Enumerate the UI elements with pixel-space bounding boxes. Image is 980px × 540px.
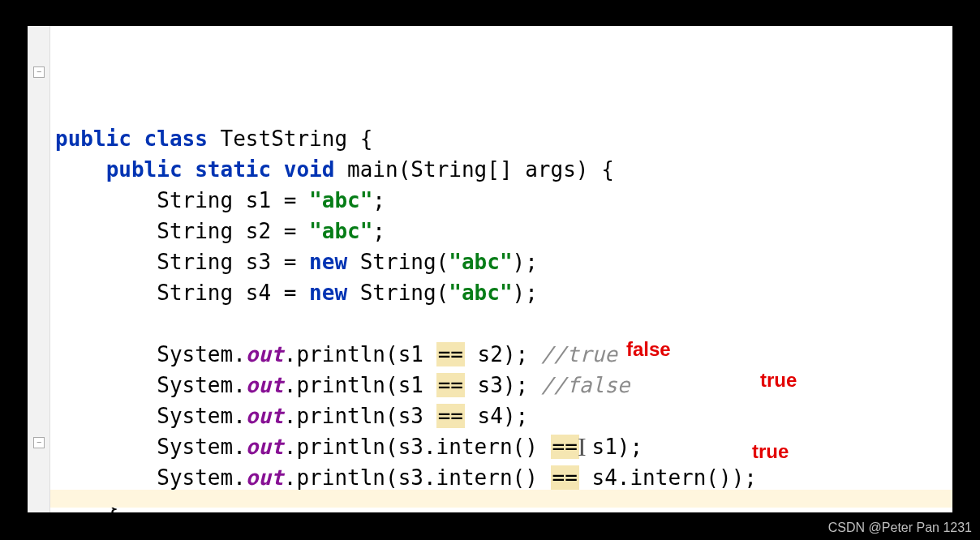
code-line: }: [55, 524, 952, 540]
annotation-false: false: [626, 334, 671, 365]
gutter: − −: [28, 26, 50, 512]
fold-icon[interactable]: −: [33, 66, 45, 78]
code-line: System.out.println(s1 == s2); //true: [55, 339, 952, 370]
code-line: String s4 = new String("abc");: [55, 277, 952, 308]
code-line: String s3 = new String("abc");: [55, 246, 952, 277]
fold-icon[interactable]: −: [33, 437, 45, 448]
code-line: public class TestString {: [55, 123, 952, 154]
code-area[interactable]: public class TestString { public static …: [50, 26, 952, 512]
code-line: String s1 = "abc";: [55, 185, 952, 216]
annotation-true: true: [752, 436, 789, 467]
watermark: CSDN @Peter Pan 1231: [828, 521, 972, 535]
code-line: System.out.println(s3 == s4);: [55, 401, 952, 431]
annotation-true: true: [760, 365, 797, 396]
code-line: String s2 = "abc";: [55, 216, 952, 246]
caret-line: [50, 490, 952, 508]
text-cursor-icon: I: [578, 431, 587, 462]
code-line: System.out.println(s3.intern() == s1);: [55, 431, 952, 462]
code-line: System.out.println(s1 == s3); //false: [55, 370, 952, 401]
code-line: public static void main(String[] args) {: [55, 154, 952, 185]
code-line: System.out.println(s3.intern() == s4.int…: [55, 462, 952, 493]
code-editor: − − public class TestString { public sta…: [28, 26, 952, 512]
code-line: [55, 308, 952, 339]
